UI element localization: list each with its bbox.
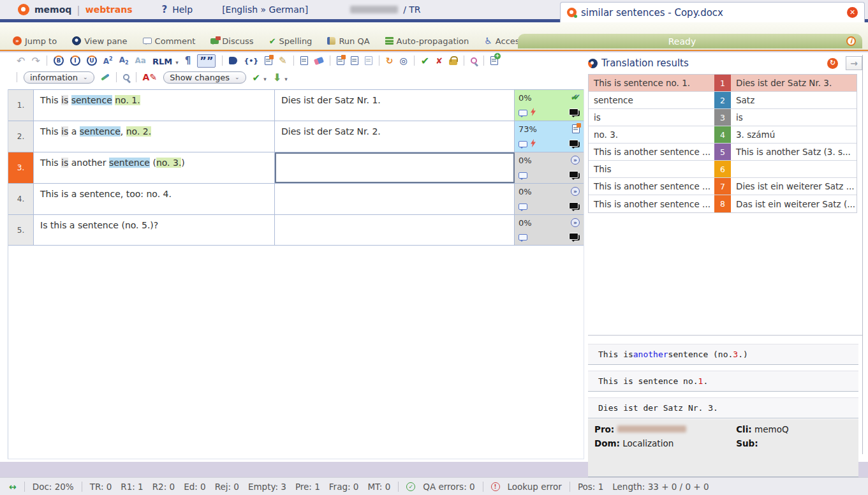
edit-tag-icon[interactable]: ✎	[279, 55, 287, 66]
pilcrow-icon[interactable]: ¶	[185, 55, 191, 66]
add-term-icon[interactable]	[490, 56, 498, 65]
language-pair-link[interactable]: [English » German]	[222, 4, 308, 15]
result-row-1[interactable]: This is sentence no. 1.1Dies ist der Sat…	[589, 75, 857, 92]
brand-separator: |	[77, 4, 80, 16]
comment-bubble-icon[interactable]	[519, 203, 527, 210]
ready-status-text: Ready	[518, 36, 846, 47]
panel-scrollbar-track[interactable]	[862, 55, 863, 454]
smart-quotes-icon[interactable]: ””	[197, 54, 216, 68]
ribbon-item-jump-to[interactable]: »Jump to	[5, 34, 64, 48]
qa-errors: QA errors: 0	[423, 482, 474, 492]
italic-icon[interactable]: I	[70, 55, 80, 66]
expand-arrows-icon[interactable]: ↔	[9, 482, 17, 492]
concordance-icon[interactable]: ◎	[399, 55, 407, 66]
lock-segment-icon[interactable]	[449, 59, 457, 65]
source-cell[interactable]: This is a sentence, no. 2.	[34, 121, 275, 152]
refresh-results-icon[interactable]: ↻	[827, 58, 838, 69]
workspace: ↶ ↷ B I U A2 A2 Aa RLM ▾ ¶ ”” {•} ✎ ↻ ◎ …	[0, 52, 868, 462]
target-cell[interactable]	[275, 215, 515, 245]
discussion-bubbles-icon[interactable]	[571, 142, 580, 147]
discussion-bubbles-icon[interactable]	[571, 235, 580, 240]
lookup-term-icon[interactable]	[471, 57, 477, 64]
status-cell[interactable]: 0%✔✔	[515, 90, 584, 121]
ribbon-item-spelling[interactable]: ✔Spelling	[261, 34, 320, 48]
source-cell[interactable]: This is sentence no. 1.	[34, 90, 275, 121]
compare-segment: .	[703, 376, 708, 386]
result-row-5[interactable]: This is another sentence ...5This is ano…	[589, 144, 857, 161]
target-cell[interactable]: Dies ist der Satz Nr. 1.	[275, 90, 515, 121]
result-row-4[interactable]: no. 3.43. számú	[589, 126, 857, 144]
row-number[interactable]: 3.	[8, 152, 34, 183]
undo-icon[interactable]: ↶	[17, 55, 25, 67]
copy-source-icon[interactable]	[300, 56, 308, 65]
copy-next-icon[interactable]	[365, 56, 372, 65]
result-source: This	[589, 161, 714, 177]
close-tab-icon[interactable]: ✕	[847, 7, 858, 18]
help-link[interactable]: Help	[172, 4, 193, 15]
result-target: 3. számú	[731, 126, 857, 143]
ribbon-item-label: View pane	[84, 36, 127, 46]
info-icon[interactable]: i	[846, 36, 856, 46]
insert-inline-tag-icon[interactable]: {•}	[244, 57, 258, 65]
superscript-icon[interactable]: A2	[103, 56, 113, 66]
status-cell[interactable]: 0%»	[515, 184, 584, 214]
discussion-bubbles-icon[interactable]	[571, 204, 580, 210]
source-cell[interactable]: This is a sentence, too: no. 4.	[34, 184, 275, 214]
comment-bubble-icon[interactable]	[519, 110, 527, 116]
information-dropdown[interactable]: information⌄	[24, 71, 94, 84]
document-tab[interactable]: similar sentences - Copy.docx ✕	[560, 2, 865, 22]
result-row-2[interactable]: sentence2Satz	[589, 92, 857, 109]
result-row-8[interactable]: This is another sentence ...8Das ist ein…	[589, 195, 857, 212]
bold-icon[interactable]: B	[54, 55, 64, 66]
underline-icon[interactable]: U	[87, 55, 97, 66]
insert-result-split-button[interactable]: ⬇ ▾	[273, 71, 288, 84]
result-source: This is another sentence ...	[589, 178, 714, 195]
insert-tag-icon[interactable]	[229, 57, 237, 64]
ribbon-item-comment[interactable]: Comment	[135, 34, 203, 48]
source-cell[interactable]: Is this a sentence (no. 5.)?	[34, 215, 275, 245]
sync-icon[interactable]: ↻	[386, 55, 394, 66]
target-cell[interactable]: Dies ist der Satz Nr. 2.	[275, 121, 515, 152]
row-number[interactable]: 2.	[8, 121, 34, 152]
target-cell[interactable]	[275, 184, 515, 214]
result-row-6[interactable]: This6	[589, 161, 857, 178]
status-cell[interactable]: 0%»	[515, 152, 584, 183]
subscript-icon[interactable]: A2	[119, 55, 129, 66]
rlm-dropdown[interactable]: RLM ▾	[152, 55, 179, 67]
discussion-bubbles-icon[interactable]	[571, 173, 580, 179]
result-row-7[interactable]: This is another sentence ...7Dies ist ei…	[589, 178, 857, 195]
row-number[interactable]: 4.	[8, 184, 34, 214]
source-cell[interactable]: This is another sentence (no. 3.)	[34, 152, 275, 183]
change-case-icon[interactable]: Aa	[135, 56, 146, 65]
lookup-error-text: Lookup error	[508, 482, 562, 492]
reject-icon[interactable]: ✘	[436, 56, 443, 66]
highlighter-icon[interactable]	[101, 73, 110, 80]
confirm-icon[interactable]: ✔	[421, 55, 429, 67]
clear-target-icon[interactable]	[314, 56, 324, 64]
confirm-split-button[interactable]: ✔ ▾	[253, 71, 267, 84]
insert-result-arrow-button[interactable]: →	[846, 56, 862, 70]
show-changes-dropdown[interactable]: Show changes⌄	[163, 71, 246, 84]
copy-tags-icon[interactable]	[265, 56, 272, 65]
comment-bubble-icon[interactable]	[519, 234, 527, 240]
status-cell[interactable]: 0%»	[515, 215, 584, 245]
join-segments-icon[interactable]	[351, 56, 358, 65]
status-bottom-line	[519, 232, 580, 243]
discussion-bubbles-icon[interactable]	[571, 110, 580, 116]
search-icon[interactable]	[123, 74, 129, 80]
ribbon-item-view-pane[interactable]: View pane	[64, 34, 135, 48]
split-segment-icon[interactable]	[337, 56, 344, 65]
redo-icon[interactable]: ↷	[31, 55, 40, 67]
comment-bubble-icon[interactable]	[519, 172, 527, 179]
comment-bubble-icon[interactable]	[519, 141, 527, 147]
result-row-3[interactable]: is3is	[589, 109, 857, 126]
status-cell[interactable]: 73%	[515, 121, 584, 152]
ribbon-item-run-qa[interactable]: Run QA	[320, 34, 377, 48]
row-number[interactable]: 1.	[8, 90, 34, 121]
compare-divider	[588, 335, 862, 336]
track-changes-icon[interactable]: A✎	[143, 72, 158, 82]
row-number[interactable]: 5.	[8, 215, 34, 245]
ribbon-item-auto-propagation[interactable]: Auto-propagation	[378, 34, 477, 48]
ribbon-item-discuss[interactable]: Discuss	[203, 34, 261, 48]
target-cell[interactable]	[275, 152, 515, 183]
